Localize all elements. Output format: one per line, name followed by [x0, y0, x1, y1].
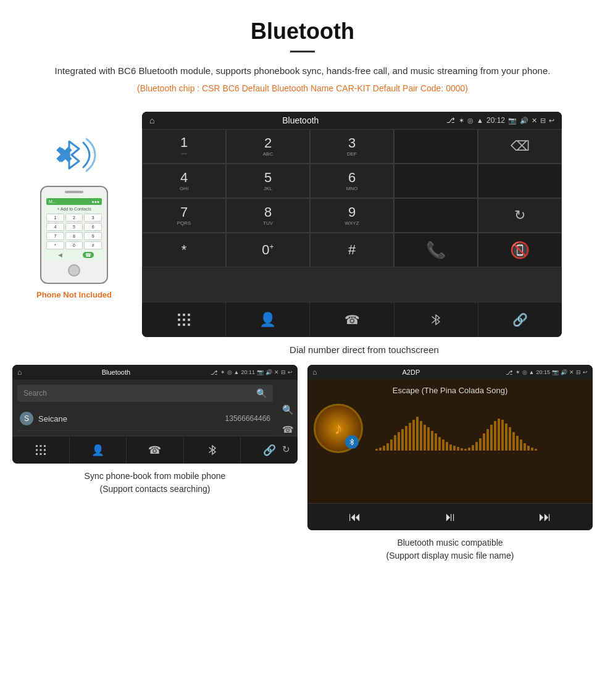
search-placeholder: Search: [23, 389, 47, 398]
side-search-icon[interactable]: 🔍: [282, 404, 294, 415]
music-album-art: ♪: [314, 404, 363, 453]
visualizer-bar: [446, 442, 448, 451]
pb-back-icon: ↩: [288, 369, 293, 375]
music-note-icon: ♪: [334, 419, 343, 438]
dial-key-4[interactable]: 4 GHI: [142, 164, 226, 198]
dialer-grid: 1 ⌣⌣ 2 ABC 3 DEF ⌫ 4 GHI: [142, 129, 562, 302]
music-status-icons: ✶ ◎ ▲ 20:15 📷 🔊 ✕ ⊟ ↩: [515, 369, 588, 375]
music-next-btn[interactable]: ⏭: [533, 510, 557, 524]
side-call-icon[interactable]: ☎: [282, 424, 294, 435]
dial-num-3: 3: [348, 136, 356, 150]
signal-icon: ▲: [477, 117, 483, 124]
toolbar-contacts-btn[interactable]: 👤: [226, 302, 310, 337]
dial-key-7[interactable]: 7 PQRS: [142, 198, 226, 233]
contact-row[interactable]: S Seicane 13566664466: [17, 407, 273, 431]
bluetooth-icon-area: ✖: [49, 130, 99, 180]
music-song-title: Escape (The Pina Colada Song): [314, 386, 586, 395]
svg-rect-4: [188, 314, 190, 316]
dial-sub-6: MNO: [346, 186, 358, 191]
svg-rect-15: [44, 445, 46, 447]
visualizer-bar: [379, 448, 382, 451]
music-home-icon: ⌂: [312, 368, 317, 377]
dial-key-3[interactable]: 3 DEF: [310, 129, 394, 164]
phone-screen: M...●●● + Add to Contacts 1 2 3 4 5 6 7 …: [44, 196, 104, 260]
svg-rect-18: [44, 449, 46, 451]
toolbar-recent-calls-btn[interactable]: ☎: [310, 302, 394, 337]
key-9: 9: [84, 232, 102, 240]
visualizer-bar: [486, 429, 489, 451]
music-bt-icon: ✶: [515, 369, 520, 375]
phonebook-search-bar[interactable]: Search 🔍: [17, 385, 273, 402]
music-prev-btn[interactable]: ⏮: [343, 510, 367, 524]
dial-key-9[interactable]: 9 WXYZ: [310, 198, 394, 233]
close-icon: ✕: [532, 117, 537, 125]
music-statusbar: ⌂ A2DP ⎇ ✶ ◎ ▲ 20:15 📷 🔊 ✕ ⊟ ↩: [307, 365, 593, 380]
dial-empty-r2c5: [478, 164, 562, 198]
search-icon: 🔍: [256, 388, 267, 398]
phone-section: ✖ M...●●● + Add to Contacts: [12, 112, 136, 299]
visualizer-bar: [531, 448, 533, 451]
dial-key-2[interactable]: 2 ABC: [226, 129, 310, 164]
visualizer-bar: [483, 433, 485, 451]
visualizer-bar: [479, 438, 482, 451]
key-6: 6: [84, 223, 102, 231]
visualizer-bar: [438, 437, 441, 451]
toolbar-bt-btn[interactable]: [394, 302, 478, 337]
dial-sub-4: GHI: [180, 186, 188, 191]
phone-call-btn: ☎: [83, 252, 94, 258]
phone-home-button: [68, 264, 80, 277]
pb-phone-btn[interactable]: ☎: [127, 436, 184, 464]
dial-call-btn[interactable]: 📞: [394, 233, 478, 267]
music-play-pause-btn[interactable]: ⏯: [438, 510, 462, 524]
visualizer-bar: [516, 436, 519, 451]
music-album-area: ♪: [314, 404, 586, 453]
dial-end-btn[interactable]: 📵: [478, 233, 562, 267]
music-signal-icon: ▲: [529, 369, 535, 375]
visualizer-bar: [509, 427, 511, 451]
visualizer-bar: [398, 432, 400, 451]
music-usb-icon: ⎇: [506, 369, 513, 376]
dial-refresh-btn[interactable]: ↻: [478, 198, 562, 233]
pb-vol-icon: 🔊: [265, 369, 272, 375]
dial-key-6[interactable]: 6 MNO: [310, 164, 394, 198]
side-refresh-icon[interactable]: ↻: [282, 444, 294, 455]
svg-rect-7: [188, 319, 190, 321]
dial-key-0[interactable]: 0+: [226, 233, 310, 267]
dial-key-8[interactable]: 8 TUV: [226, 198, 310, 233]
music-vol-icon: 🔊: [561, 369, 567, 375]
dial-backspace-btn[interactable]: ⌫: [478, 129, 562, 164]
toolbar-dialpad-btn[interactable]: [142, 302, 226, 337]
svg-rect-5: [178, 319, 180, 321]
visualizer-bar: [435, 433, 437, 451]
dial-num-6: 6: [348, 171, 356, 185]
pb-contacts-btn[interactable]: 👤: [70, 436, 127, 464]
phonebook-caption: Sync phone-book from mobile phone (Suppo…: [85, 470, 226, 496]
visualizer-bar: [475, 442, 478, 451]
visualizer-bar: [375, 449, 378, 451]
dial-empty-r2c4: [394, 164, 478, 198]
phonebook-body-wrapper: Search 🔍 S Seicane 13566664466 🔍 ☎ ↻: [12, 380, 298, 436]
dialpad-icon: [177, 313, 191, 327]
phone-screen-bar: M...●●●: [46, 198, 102, 205]
pb-dialpad-btn[interactable]: [12, 436, 70, 464]
minimize-icon: ⊟: [540, 117, 546, 125]
dial-num-5: 5: [264, 171, 272, 185]
dial-key-5[interactable]: 5 JKL: [226, 164, 310, 198]
dial-key-star[interactable]: *: [142, 233, 226, 267]
contacts-icon: 👤: [259, 312, 276, 328]
contact-name: Seicane: [38, 414, 225, 423]
toolbar-link-btn[interactable]: 🔗: [478, 302, 562, 337]
phonebook-toolbar: 👤 ☎ 🔗: [12, 436, 298, 464]
visualizer-bar: [501, 420, 504, 451]
pb-signal-icon: ▲: [234, 369, 240, 375]
phonebook-body: Search 🔍 S Seicane 13566664466: [12, 380, 298, 436]
dial-key-1[interactable]: 1 ⌣⌣: [142, 129, 226, 164]
music-body: Escape (The Pina Colada Song) ♪: [307, 380, 593, 503]
visualizer-bar: [390, 440, 393, 451]
svg-rect-17: [40, 449, 41, 451]
pb-bt-btn[interactable]: [184, 436, 241, 464]
svg-rect-19: [36, 453, 38, 455]
visualizer-bar: [468, 448, 470, 451]
key-star: *: [46, 241, 64, 249]
dial-key-hash[interactable]: #: [310, 233, 394, 267]
